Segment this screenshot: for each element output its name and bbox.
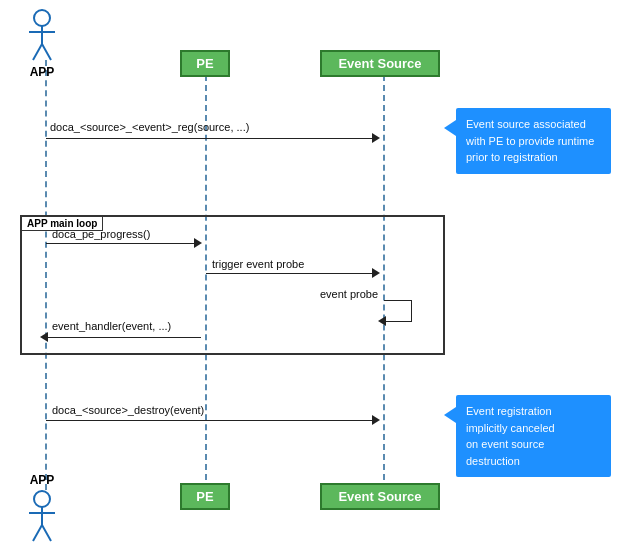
msg5-label: event_handler(event, ...): [52, 320, 171, 332]
svg-line-4: [42, 44, 51, 60]
app-label-bottom: APP: [30, 473, 55, 487]
callout2: Event registrationimplicitly canceledon …: [456, 395, 611, 477]
msg6-arrowhead: [372, 415, 380, 425]
event-source-box-top: Event Source: [320, 50, 440, 77]
msg2-line: [46, 243, 198, 244]
msg2-label: doca_pe_progress(): [52, 228, 150, 240]
msg4-self-arrow: [384, 300, 412, 322]
pe-box-bottom: PE: [180, 483, 230, 510]
msg4-arrowhead: [378, 316, 386, 326]
callout1-text: Event source associatedwith PE to provid…: [466, 118, 594, 163]
msg6-line: [46, 420, 376, 421]
msg5-arrowhead: [40, 332, 48, 342]
msg6-label: doca_<source>_destroy(event): [52, 404, 204, 416]
app-actor-bottom: APP: [25, 473, 59, 544]
msg3-label: trigger event probe: [212, 258, 304, 270]
app-label-top: APP: [30, 65, 55, 79]
msg4-label: event probe: [320, 288, 378, 300]
svg-point-0: [34, 10, 50, 26]
msg5-line: [46, 337, 201, 338]
msg2-arrowhead: [194, 238, 202, 248]
sequence-diagram: APP PE Event Source doca_<source>_<event…: [0, 0, 622, 547]
msg1-line: [46, 138, 376, 139]
msg1-arrowhead: [372, 133, 380, 143]
event-source-box-bottom: Event Source: [320, 483, 440, 510]
msg3-arrowhead: [372, 268, 380, 278]
svg-line-3: [33, 44, 42, 60]
svg-line-8: [33, 525, 42, 541]
svg-line-9: [42, 525, 51, 541]
callout2-text: Event registrationimplicitly canceledon …: [466, 405, 555, 467]
msg1-label: doca_<source>_<event>_reg(source, ...): [50, 121, 249, 133]
msg3-line: [206, 273, 376, 274]
callout1: Event source associatedwith PE to provid…: [456, 108, 611, 174]
app-actor-top: APP: [25, 8, 59, 79]
svg-point-5: [34, 491, 50, 507]
pe-box-top: PE: [180, 50, 230, 77]
